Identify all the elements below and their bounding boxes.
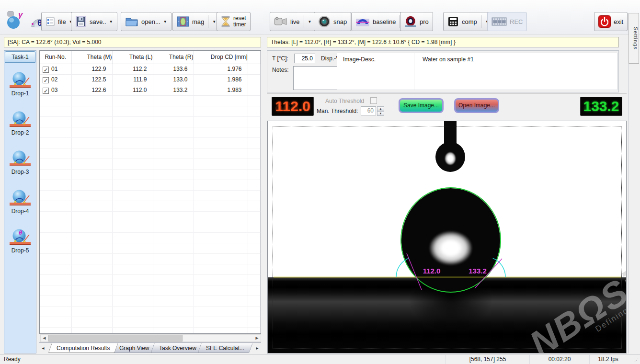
- task-1-tab[interactable]: Task-1: [5, 51, 35, 63]
- col-header-theta-m[interactable]: Theta (M): [71, 51, 112, 64]
- man-threshold-input[interactable]: 60: [361, 106, 376, 115]
- table-empty-row: [40, 159, 261, 169]
- exit-button[interactable]: exit: [594, 12, 628, 31]
- row-checkbox[interactable]: ✓: [43, 88, 49, 94]
- theta-l-value: 112.0: [112, 85, 153, 95]
- save-image-button[interactable]: Save Image...: [399, 98, 444, 113]
- drop-cd-value: 1.976: [194, 64, 248, 74]
- temperature-input[interactable]: [294, 54, 315, 63]
- drop-cd-value: 1.986: [194, 74, 248, 85]
- exit-power-icon: [598, 15, 611, 28]
- auto-threshold-checkbox[interactable]: [370, 97, 377, 104]
- theta-r-value: 133.0: [153, 74, 194, 85]
- temperature-label: T [°C]:: [272, 55, 288, 62]
- table-empty-row: [40, 127, 261, 137]
- man-threshold-spinner[interactable]: ▲▼: [377, 106, 384, 115]
- scroll-left-arrow[interactable]: ◄: [41, 335, 48, 341]
- theta-r-value: 133.2: [153, 85, 194, 95]
- drop-label: Drop-3: [11, 169, 29, 175]
- pro-button-label: pro: [420, 18, 429, 25]
- left-angle-display: 888.8 112.0: [272, 97, 314, 116]
- table-empty-row: [40, 180, 261, 190]
- table-empty-row: [40, 232, 261, 243]
- bottom-tab-strip: ◂ Computation Results Graph View Task Ov…: [39, 342, 261, 353]
- save-dropdown-arrow[interactable]: ▼: [109, 20, 113, 24]
- table-empty-row: [40, 169, 261, 180]
- mag-dropdown-arrow[interactable]: ▼: [212, 20, 216, 24]
- main-toolbar: γ θ file ▼: [0, 0, 640, 34]
- status-ready: Ready: [4, 355, 21, 364]
- status-cursor-coords: [568, 157] 255: [446, 355, 529, 364]
- rec-button[interactable]: REC: [487, 12, 527, 31]
- table-empty-row: [40, 317, 261, 327]
- col-header-drop-cd[interactable]: Drop CD [mm]: [194, 51, 248, 64]
- table-horizontal-scrollbar[interactable]: ◄ ►: [40, 334, 261, 342]
- resize-grip[interactable]: ⋰: [634, 358, 639, 363]
- image-desc-label: Image-Desc.: [343, 56, 376, 63]
- theta-m-value: 122.5: [71, 74, 112, 85]
- sidebar-item-drop-1[interactable]: Drop-1: [4, 65, 36, 104]
- spin-up-icon[interactable]: ▲: [377, 106, 384, 111]
- tab-sfe-calculator[interactable]: SFE Calculat...: [197, 343, 252, 353]
- open-button[interactable]: open... ▼: [121, 12, 171, 31]
- measurement-fields-panel: T [°C]: Disp.-Vol. [µl]: Age [s]: Notes:…: [267, 50, 619, 92]
- table-row[interactable]: ✓03 122.6 112.0 133.2 1.983: [40, 85, 261, 95]
- status-fps: 18.2 fps: [589, 355, 627, 364]
- open-image-button[interactable]: Open Image...: [454, 98, 499, 113]
- tab-computation-results[interactable]: Computation Results: [48, 343, 118, 353]
- open-dropdown-arrow[interactable]: ▼: [163, 20, 167, 24]
- live-dropdown-arrow[interactable]: ▼: [308, 20, 312, 24]
- spin-down-icon[interactable]: ▼: [377, 111, 384, 116]
- file-icon: [46, 17, 55, 26]
- save-button-label: save..: [90, 18, 106, 25]
- tab-scroll-left[interactable]: ◂: [39, 343, 47, 353]
- scroll-right-arrow[interactable]: ►: [253, 335, 261, 341]
- run-number: 02: [51, 76, 57, 83]
- hourglass-icon: [221, 16, 230, 27]
- sidebar-item-drop-5[interactable]: θ Drop-5: [4, 222, 36, 262]
- notes-label: Notes:: [272, 67, 289, 73]
- col-header-theta-r[interactable]: Theta (R): [153, 51, 194, 64]
- col-header-run[interactable]: Run-No.: [40, 51, 71, 64]
- panel-edge-divider: [629, 64, 629, 353]
- pro-button[interactable]: pro: [400, 12, 433, 31]
- table-empty-row: [40, 285, 261, 296]
- table-empty-row: [40, 148, 261, 159]
- sidebar-item-drop-2[interactable]: Drop-2: [4, 104, 36, 144]
- drop-cd-value: 1.983: [194, 85, 248, 95]
- tab-task-overview[interactable]: Task Overview: [150, 343, 205, 353]
- tab-scroll-right[interactable]: ▸: [253, 343, 261, 353]
- table-row[interactable]: ✓01 122.9 112.2 133.6 1.976: [40, 64, 261, 74]
- table-empty-row: [40, 190, 261, 201]
- image-desc-value[interactable]: Water on sample #1: [423, 56, 474, 63]
- reset-timer-label-1: reset: [233, 15, 246, 22]
- live-button[interactable]: live ▼: [270, 12, 316, 31]
- table-empty-row: [40, 243, 261, 253]
- comp-button[interactable]: comp ▼: [443, 12, 493, 31]
- thetas-info-bar: Thetas: [L] = 112.0°, [R] = 133.2°, [M] …: [267, 37, 619, 47]
- mag-button[interactable]: mag ▼: [172, 12, 220, 31]
- col-header-theta-l[interactable]: Theta (L): [112, 51, 153, 64]
- camera-view[interactable]: 112.0 133.2 NBΩSi Defining New Boundarie…: [267, 121, 627, 353]
- row-checkbox[interactable]: ✓: [43, 77, 49, 83]
- snap-button[interactable]: snap: [314, 12, 351, 31]
- sidebar-item-drop-3[interactable]: Drop-3: [4, 144, 36, 183]
- save-button[interactable]: save.. ▼: [71, 12, 117, 31]
- theta-l-value: 111.9: [112, 74, 153, 85]
- table-empty-row: [40, 264, 261, 274]
- settings-side-tab[interactable]: Settings: [629, 13, 639, 64]
- reset-timer-button[interactable]: reset timer: [217, 12, 251, 31]
- table-empty-row: [40, 253, 261, 264]
- results-table-body: ✓01 122.9 112.2 133.6 1.976 ✓02 122.5 11…: [40, 64, 261, 334]
- row-checkbox[interactable]: ✓: [43, 67, 49, 73]
- live-camera-icon: [274, 17, 287, 26]
- image-desc-grid: Image-Desc. Water on sample #1: [337, 53, 617, 90]
- comp-calculator-icon: [447, 16, 459, 27]
- exit-button-label: exit: [614, 18, 623, 25]
- scrollbar-thumb[interactable]: [48, 335, 183, 341]
- table-row[interactable]: ✓02 122.5 111.9 133.0 1.986: [40, 74, 261, 85]
- pro-drop-icon: [404, 16, 417, 27]
- auto-threshold-label: Auto Threshold: [325, 98, 364, 104]
- sidebar-item-drop-4[interactable]: Drop-4: [4, 183, 36, 222]
- snap-button-label: snap: [333, 18, 347, 25]
